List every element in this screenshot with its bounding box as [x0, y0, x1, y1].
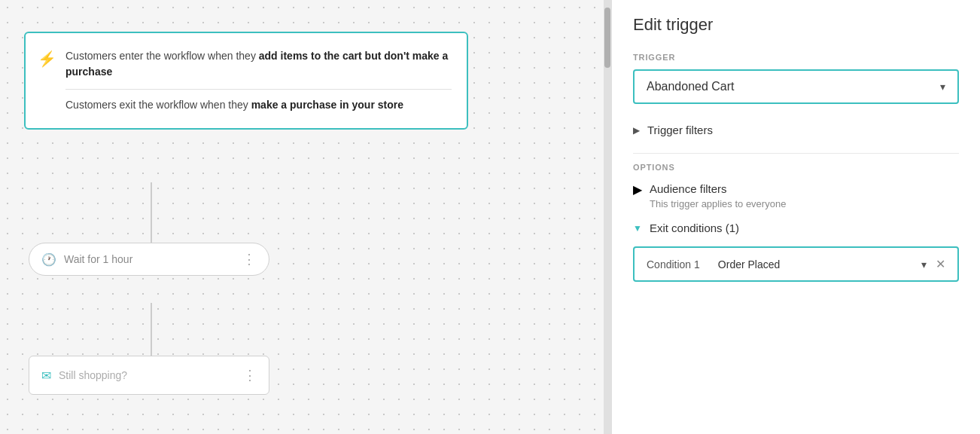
- trigger-exit-text: Customers exit the workflow when they ma…: [65, 97, 452, 113]
- email-icon: ✉: [41, 368, 51, 383]
- email-label: Still shopping?: [59, 369, 127, 381]
- edit-trigger-panel: Edit trigger TRIGGER Abandoned Cart ▾ ▶ …: [611, 0, 980, 434]
- panel-title: Edit trigger: [633, 15, 959, 35]
- trigger-filters-arrow-icon: ▶: [633, 125, 640, 136]
- wait-menu-dots[interactable]: ⋮: [242, 251, 257, 267]
- canvas-scrollbar[interactable]: [604, 0, 611, 434]
- options-section-label: OPTIONS: [633, 163, 959, 172]
- trigger-dropdown-arrow-icon: ▾: [940, 81, 945, 93]
- trigger-enter-text: Customers enter the workflow when they a…: [65, 48, 452, 80]
- connector-line-1: [151, 182, 152, 243]
- trigger-dropdown-label: Abandoned Cart: [647, 80, 735, 93]
- email-node[interactable]: ✉ Still shopping? ⋮: [29, 356, 269, 395]
- audience-filters-label: Audience filters: [650, 182, 727, 195]
- trigger-filters-row[interactable]: ▶ Trigger filters: [633, 116, 959, 144]
- lightning-icon: ⚡: [38, 50, 56, 113]
- email-menu-dots[interactable]: ⋮: [243, 367, 257, 384]
- condition-row-left: Condition 1 Order Placed: [647, 258, 780, 270]
- trigger-card: ⚡ Customers enter the workflow when they…: [24, 32, 468, 130]
- scrollbar-thumb[interactable]: [604, 8, 610, 68]
- audience-filters-arrow-icon: ▶: [633, 182, 642, 197]
- condition-dropdown-arrow-icon[interactable]: ▾: [921, 258, 927, 270]
- condition-label: Condition 1: [647, 258, 700, 270]
- condition-actions: ▾ ✕: [921, 257, 945, 271]
- exit-conditions-row[interactable]: ▼ Exit conditions (1): [633, 215, 959, 243]
- trigger-section-label: TRIGGER: [633, 53, 959, 62]
- wait-node[interactable]: 🕐 Wait for 1 hour ⋮: [29, 243, 269, 276]
- exit-conditions-label: Exit conditions (1): [650, 222, 739, 234]
- workflow-canvas: ⚡ Customers enter the workflow when they…: [0, 0, 611, 434]
- exit-conditions-arrow-icon: ▼: [633, 223, 642, 234]
- trigger-filters-label: Trigger filters: [647, 124, 713, 136]
- trigger-dropdown[interactable]: Abandoned Cart ▾: [633, 69, 959, 104]
- clock-icon: 🕐: [41, 252, 56, 267]
- audience-filters-row[interactable]: ▶ Audience filters: [633, 179, 959, 198]
- divider-1: [633, 153, 959, 154]
- condition-close-icon[interactable]: ✕: [936, 257, 945, 271]
- connector-line-2: [151, 303, 152, 356]
- wait-label: Wait for 1 hour: [64, 253, 132, 265]
- condition-row[interactable]: Condition 1 Order Placed ▾ ✕: [633, 246, 959, 282]
- condition-value: Order Placed: [718, 258, 780, 270]
- audience-filters-sublabel: This trigger applies to everyone: [650, 198, 959, 209]
